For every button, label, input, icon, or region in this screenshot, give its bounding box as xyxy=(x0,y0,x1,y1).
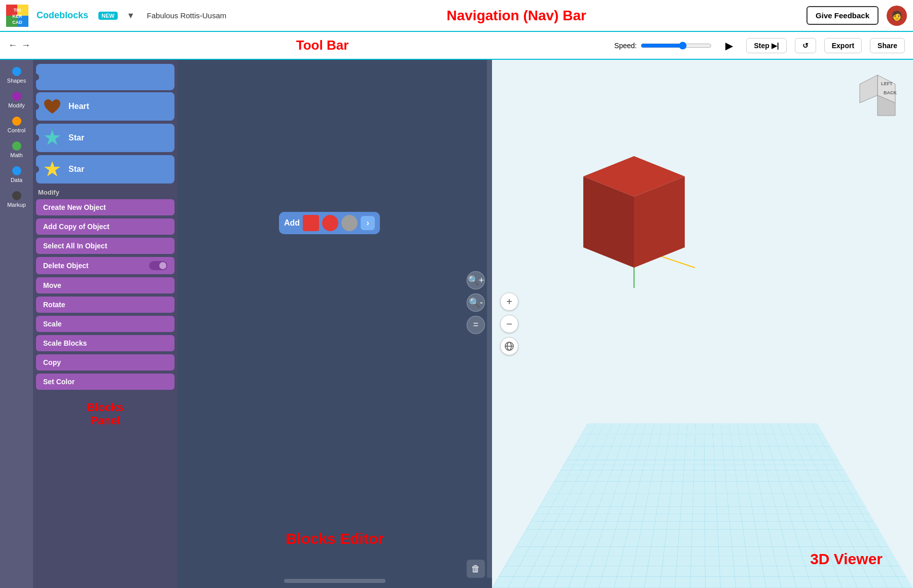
copy-block[interactable]: Copy xyxy=(36,354,174,371)
shape-block-star1[interactable]: Star xyxy=(36,124,174,152)
sidebar-item-shapes[interactable]: Shapes xyxy=(2,64,32,87)
nav-cube[interactable]: BACK LEFT xyxy=(852,70,903,121)
svg-text:TIN: TIN xyxy=(14,8,21,13)
viewer-3d: BACK LEFT + − xyxy=(492,60,913,588)
svg-text:KER: KER xyxy=(12,14,22,19)
modify-section-label: Modify xyxy=(38,189,174,196)
blocks-editor-label: Blocks Editor xyxy=(286,530,383,547)
delete-object-label: Delete Object xyxy=(43,262,88,270)
notch-icon xyxy=(36,74,39,81)
cube-3d xyxy=(553,136,715,298)
give-feedback-button[interactable]: Give Feedback xyxy=(806,6,879,25)
scale-block[interactable]: Scale xyxy=(36,316,174,332)
blocks-panel-label: BlocksPanel xyxy=(36,401,174,427)
play-button[interactable]: ▶ xyxy=(720,36,738,55)
math-dot xyxy=(12,141,21,151)
control-dot xyxy=(12,117,21,126)
add-block-widget[interactable]: Add › xyxy=(279,212,380,234)
speed-label: Speed: xyxy=(614,42,637,50)
step-label: Step xyxy=(754,42,769,50)
add-shape-cube-icon xyxy=(303,215,319,231)
svg-text:BACK: BACK xyxy=(884,90,897,95)
speed-section: Speed: xyxy=(614,42,712,50)
vertical-scrollbar[interactable] xyxy=(487,60,492,578)
sidebar-item-markup[interactable]: Markup xyxy=(2,188,32,211)
delete-object-block[interactable]: Delete Object xyxy=(36,257,174,274)
speed-slider[interactable] xyxy=(641,42,712,50)
scale-blocks-block[interactable]: Scale Blocks xyxy=(36,335,174,351)
share-button[interactable]: Share xyxy=(870,38,905,53)
export-button[interactable]: Export xyxy=(824,38,862,53)
add-copy-block[interactable]: Add Copy of Object xyxy=(36,218,174,235)
move-block[interactable]: Move xyxy=(36,277,174,293)
star2-label: Star xyxy=(68,165,84,174)
svg-marker-8 xyxy=(44,161,60,176)
tinkercad-logo[interactable]: TIN KER CAD xyxy=(6,5,28,27)
shape-block-scrolled[interactable] xyxy=(36,64,174,90)
sidebar-item-data[interactable]: Data xyxy=(2,163,32,186)
toolbar: ← → Tool Bar Speed: ▶ Step ▶| ↺ Export S… xyxy=(0,32,913,60)
markup-dot xyxy=(12,191,21,200)
blocks-panel: Shapes Modify Control Math Data Markup xyxy=(0,60,178,588)
modify-label: Modify xyxy=(8,102,24,108)
shape-block-heart[interactable]: Heart xyxy=(36,92,174,121)
nav-arrows: ← → xyxy=(8,40,30,51)
viewer-zoom-out-button[interactable]: − xyxy=(500,315,518,333)
editor-scrollbar[interactable] xyxy=(284,579,385,583)
cube-svg xyxy=(553,136,715,298)
step-icon: ▶| xyxy=(771,42,779,50)
viewer-zoom-controls: + − xyxy=(500,292,518,355)
add-shape-sphere-icon xyxy=(322,215,338,231)
markup-label: Markup xyxy=(7,202,26,208)
notch-icon xyxy=(33,134,39,141)
nav-bar-label: Navigation (Nav) Bar xyxy=(234,8,798,24)
category-sidebar: Shapes Modify Control Math Data Markup xyxy=(0,60,33,588)
svg-text:LEFT: LEFT xyxy=(881,81,893,86)
step-button[interactable]: Step ▶| xyxy=(746,38,786,53)
viewer-perspective-button[interactable] xyxy=(500,337,518,355)
set-color-block[interactable]: Set Color xyxy=(36,374,174,390)
viewer-zoom-in-button[interactable]: + xyxy=(500,292,518,311)
shapes-dot xyxy=(12,67,21,76)
sidebar-item-control[interactable]: Control xyxy=(2,114,32,136)
editor-zoom-out-button[interactable]: 🔍- xyxy=(467,293,485,312)
viewer-3d-label: 3D Viewer xyxy=(810,550,883,568)
add-arrow-button[interactable]: › xyxy=(361,216,375,230)
shape-block-star2[interactable]: Star xyxy=(36,155,174,183)
notch-icon xyxy=(33,103,39,110)
svg-marker-11 xyxy=(860,75,877,103)
star1-label: Star xyxy=(68,133,84,142)
forward-button[interactable]: → xyxy=(21,40,30,51)
math-label: Math xyxy=(10,152,22,158)
navbar: TIN KER CAD Codeblocks NEW ▼ Fabulous Ro… xyxy=(0,0,913,32)
editor-fit-button[interactable]: = xyxy=(467,316,485,334)
notch-icon xyxy=(33,166,39,173)
editor-zoom-in-button[interactable]: 🔍+ xyxy=(467,271,485,289)
shapes-label: Shapes xyxy=(7,78,26,84)
create-new-object-block[interactable]: Create New Object xyxy=(36,199,174,215)
star2-icon xyxy=(41,158,63,180)
sidebar-item-modify[interactable]: Modify xyxy=(2,89,32,112)
data-dot xyxy=(12,166,21,175)
svg-text:CAD: CAD xyxy=(12,20,22,25)
new-badge: NEW xyxy=(98,12,118,20)
svg-marker-7 xyxy=(44,130,60,145)
reset-button[interactable]: ↺ xyxy=(795,38,816,53)
main-area: Shapes Modify Control Math Data Markup xyxy=(0,60,913,588)
sidebar-item-math[interactable]: Math xyxy=(2,138,32,161)
select-all-block[interactable]: Select All In Object xyxy=(36,238,174,254)
trash-button[interactable]: 🗑 xyxy=(467,560,485,578)
delete-toggle[interactable] xyxy=(149,261,167,270)
blocks-list: Heart Star Star xyxy=(33,60,178,588)
add-label: Add xyxy=(284,218,300,228)
user-avatar[interactable]: 🧑 xyxy=(887,6,907,26)
project-name[interactable]: Fabulous Rottis-Uusam xyxy=(147,11,227,20)
add-shape-hole-icon xyxy=(341,215,358,231)
dropdown-arrow-icon[interactable]: ▼ xyxy=(127,11,135,20)
rotate-block[interactable]: Rotate xyxy=(36,297,174,313)
back-button[interactable]: ← xyxy=(8,40,17,51)
heart-label: Heart xyxy=(68,102,89,111)
star1-icon xyxy=(41,127,63,149)
control-label: Control xyxy=(8,127,25,133)
heart-icon xyxy=(41,95,63,118)
